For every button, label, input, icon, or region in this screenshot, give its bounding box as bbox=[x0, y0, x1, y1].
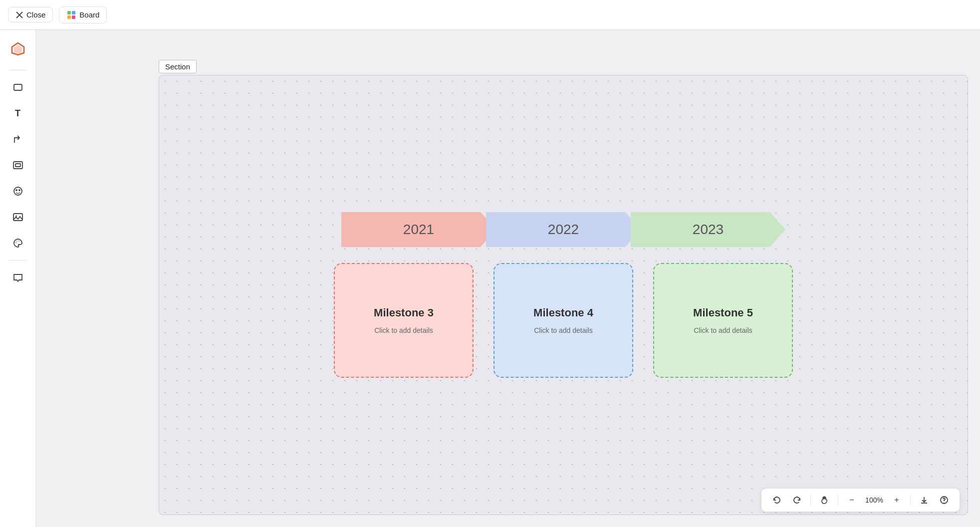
milestone-5-title: Milestone 5 bbox=[693, 306, 753, 319]
toolbar-divider-2 bbox=[9, 260, 27, 261]
arrow-2021-label: 2021 bbox=[403, 222, 434, 238]
milestone-5-card[interactable]: Milestone 5 Click to add details bbox=[653, 263, 793, 378]
help-button[interactable] bbox=[936, 492, 953, 509]
left-toolbar: T bbox=[0, 30, 36, 527]
toolbar-divider-1 bbox=[9, 70, 27, 70]
svg-rect-9 bbox=[13, 162, 22, 169]
whiteboard[interactable]: 2021 2022 2023 Milestone 3 Click to add … bbox=[159, 75, 968, 515]
redo-button[interactable] bbox=[788, 492, 805, 509]
canvas-area[interactable]: Section 2021 2022 2023 Milestone 3 Clic bbox=[36, 30, 980, 527]
rectangle-tool[interactable] bbox=[7, 76, 29, 98]
download-button[interactable] bbox=[916, 492, 933, 509]
arrow-2023-label: 2023 bbox=[693, 222, 724, 238]
board-label: Board bbox=[79, 10, 99, 19]
milestone-3-card[interactable]: Milestone 3 Click to add details bbox=[334, 263, 474, 378]
svg-rect-2 bbox=[67, 11, 71, 14]
svg-marker-7 bbox=[14, 45, 22, 54]
svg-rect-10 bbox=[15, 164, 20, 167]
arrow-2022-label: 2022 bbox=[548, 222, 579, 238]
undo-button[interactable] bbox=[768, 492, 785, 509]
main-area: T bbox=[0, 30, 980, 527]
hand-tool-button[interactable] bbox=[816, 492, 833, 509]
svg-point-17 bbox=[16, 241, 17, 242]
image-tool[interactable] bbox=[7, 206, 29, 228]
text-icon: T bbox=[15, 108, 20, 119]
close-button[interactable]: Close bbox=[8, 7, 53, 22]
zoom-level: 100% bbox=[863, 496, 885, 504]
milestone-5-subtitle: Click to add details bbox=[694, 326, 752, 334]
arrows-row: 2021 2022 2023 bbox=[341, 212, 785, 247]
arrow-2022[interactable]: 2022 bbox=[486, 212, 641, 247]
board-icon bbox=[66, 10, 76, 20]
milestone-4-card[interactable]: Milestone 4 Click to add details bbox=[493, 263, 633, 378]
svg-point-20 bbox=[944, 502, 945, 503]
zoom-in-button[interactable]: + bbox=[888, 492, 905, 509]
comment-tool[interactable] bbox=[7, 266, 29, 288]
bottom-divider-2 bbox=[838, 495, 838, 506]
zoom-out-button[interactable]: − bbox=[843, 492, 860, 509]
toolbar-logo bbox=[7, 38, 29, 60]
top-bar: Close Board bbox=[0, 0, 980, 30]
svg-point-16 bbox=[15, 242, 16, 243]
svg-rect-3 bbox=[72, 11, 75, 14]
milestone-4-subtitle: Click to add details bbox=[534, 326, 593, 334]
emoji-tool[interactable] bbox=[7, 180, 29, 202]
zoom-out-icon: − bbox=[849, 496, 854, 505]
milestones-row: Milestone 3 Click to add details Milesto… bbox=[334, 263, 793, 378]
svg-point-13 bbox=[19, 190, 20, 191]
palette-tool[interactable] bbox=[7, 232, 29, 254]
svg-point-11 bbox=[14, 187, 22, 195]
bottom-bar: − 100% + bbox=[761, 488, 960, 512]
svg-point-18 bbox=[18, 241, 19, 242]
svg-point-15 bbox=[15, 216, 17, 217]
milestone-3-title: Milestone 3 bbox=[374, 306, 434, 319]
section-label[interactable]: Section bbox=[159, 60, 197, 73]
close-icon bbox=[15, 11, 23, 19]
arrow-2023[interactable]: 2023 bbox=[631, 212, 785, 247]
arrow-2021[interactable]: 2021 bbox=[341, 212, 496, 247]
embed-tool[interactable] bbox=[7, 154, 29, 176]
svg-rect-5 bbox=[72, 15, 75, 19]
zoom-in-icon: + bbox=[894, 496, 899, 505]
close-label: Close bbox=[26, 10, 45, 19]
svg-rect-8 bbox=[14, 84, 22, 90]
text-tool[interactable]: T bbox=[7, 102, 29, 124]
bottom-divider-3 bbox=[910, 495, 911, 506]
milestone-4-title: Milestone 4 bbox=[533, 306, 593, 319]
milestone-3-subtitle: Click to add details bbox=[374, 326, 433, 334]
svg-rect-4 bbox=[67, 15, 71, 19]
svg-point-12 bbox=[16, 190, 17, 191]
arrow-tool[interactable] bbox=[7, 128, 29, 150]
board-button[interactable]: Board bbox=[59, 6, 107, 23]
bottom-divider-1 bbox=[810, 495, 811, 506]
